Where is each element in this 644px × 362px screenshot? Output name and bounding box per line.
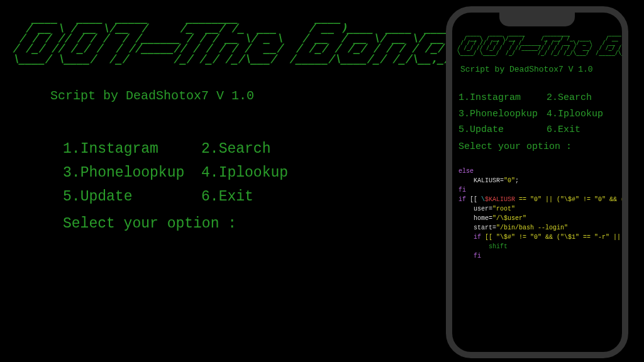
menu-item-instagram[interactable]: 1.Instagram	[458, 90, 547, 106]
ascii-banner: ____ ____ _____ ________ ____ __ / __ \ …	[13, 13, 440, 63]
menu-row: 5.Update 6.Exit	[63, 185, 440, 209]
code-string: "/bin/bash --login"	[496, 224, 568, 231]
phone-code-block: else KALIUSR="0"; fi if [[ \$KALIUSR == …	[458, 157, 617, 270]
phone-script-author-line: Script by DeadShotox7 V 1.0	[460, 65, 617, 74]
phone-mockup: ____ ____ _____ ________ ____ __ / __ \ …	[446, 6, 628, 358]
code-string: "/\$user"	[492, 215, 526, 222]
phone-notch	[499, 13, 575, 26]
menu-row: 5.Update 6.Exit	[458, 122, 617, 138]
main-terminal: ____ ____ _____ ________ ____ __ / __ \ …	[13, 13, 440, 232]
select-prompt[interactable]: Select your option :	[63, 216, 440, 232]
code-string: "0"	[504, 177, 515, 184]
menu-row: 3.Phoneloopkup 4.Iplookup	[63, 162, 440, 185]
code-var: $KALIUSR	[485, 196, 515, 203]
menu-item-search[interactable]: 2.Search	[547, 90, 592, 106]
menu-row: 1.Instagram 2.Search	[63, 138, 440, 162]
menu-item-phonelookup[interactable]: 3.Phoneloopkup	[63, 162, 201, 185]
menu-row: 1.Instagram 2.Search	[458, 90, 617, 106]
phone-ascii-banner: ____ ____ _____ ________ ____ __ / __ \ …	[457, 31, 617, 55]
code-keyword: else	[458, 168, 474, 175]
phone-menu: 1.Instagram 2.Search 3.Phoneloopkup 4.Ip…	[458, 90, 617, 138]
code-keyword: shift	[489, 243, 508, 250]
menu-row: 3.Phoneloopkup 4.Iplookup	[458, 106, 617, 123]
code-keyword: fi	[474, 253, 481, 260]
code-string: "root"	[492, 206, 515, 212]
code-keyword: if	[474, 234, 481, 241]
code-keyword: fi	[458, 187, 466, 194]
menu-item-phonelookup[interactable]: 3.Phoneloopkup	[458, 106, 547, 123]
menu-item-update[interactable]: 5.Update	[63, 185, 201, 209]
menu-item-iplookup[interactable]: 4.Iplookup	[547, 106, 603, 123]
menu-item-update[interactable]: 5.Update	[458, 122, 547, 138]
script-author-line: Script by DeadShotox7 V 1.0	[50, 89, 440, 103]
menu-item-exit[interactable]: 6.Exit	[547, 122, 580, 138]
menu-item-exit[interactable]: 6.Exit	[201, 185, 440, 209]
phone-select-prompt[interactable]: Select your option :	[458, 141, 617, 152]
code-keyword: if	[458, 196, 466, 203]
phone-screen: ____ ____ _____ ________ ____ __ / __ \ …	[452, 13, 622, 352]
menu-item-iplookup[interactable]: 4.Iplookup	[201, 162, 440, 185]
menu-item-instagram[interactable]: 1.Instagram	[63, 138, 201, 162]
menu-item-search[interactable]: 2.Search	[201, 138, 440, 162]
code-var: KALIUSR	[474, 177, 500, 184]
menu: 1.Instagram 2.Search 3.Phoneloopkup 4.Ip…	[63, 138, 440, 209]
